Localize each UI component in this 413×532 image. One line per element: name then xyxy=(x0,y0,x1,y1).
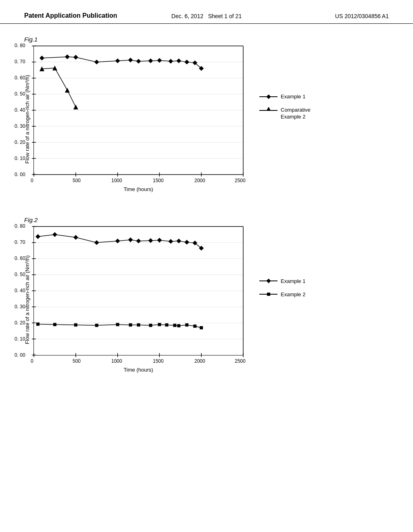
figure-2-svg xyxy=(34,227,243,355)
svg-marker-31 xyxy=(128,58,133,62)
svg-rect-85 xyxy=(74,323,77,326)
svg-rect-92 xyxy=(165,323,168,326)
legend-item-comparative-example2: ComparativeExample 2 xyxy=(259,107,311,121)
y-tick-0.60: 0. 60 xyxy=(15,75,25,81)
figure-2-x-axis-label: Time (hours) xyxy=(123,367,153,373)
figure-2-chart-area: 0. 80 0. 70 0. 60 0. 50 0. 40 0. 30 0. 2… xyxy=(33,227,243,355)
svg-marker-74 xyxy=(128,237,133,242)
svg-marker-35 xyxy=(168,59,173,64)
svg-marker-27 xyxy=(65,54,70,59)
fig2-y-tick-0.60: 0. 60 xyxy=(15,256,25,261)
svg-marker-28 xyxy=(73,55,78,60)
svg-rect-86 xyxy=(95,324,98,327)
figure-2-chart-wrapper: 0. 80 0. 70 0. 60 0. 50 0. 40 0. 30 0. 2… xyxy=(33,227,243,373)
figure-2-y-axis-label: Flow rate of a nitrogen-rich air (Nm³/h) xyxy=(24,235,30,364)
svg-marker-32 xyxy=(136,59,141,64)
fig2-y-tick-0.40: 0. 40 xyxy=(15,288,25,293)
y-tick-0.80: 0. 80 xyxy=(15,43,25,48)
fig2-y-tick-0.70: 0. 70 xyxy=(15,239,25,245)
x-tick-1000: 1000 xyxy=(111,178,122,183)
page: Patent Application Publication Dec. 6, 2… xyxy=(0,0,413,532)
svg-rect-88 xyxy=(129,323,132,326)
figure-1-svg xyxy=(34,46,243,175)
svg-rect-84 xyxy=(53,323,56,326)
fig2-legend-label-example1: Example 1 xyxy=(281,278,305,284)
x-tick-1500: 1500 xyxy=(153,178,164,183)
y-tick-0.10: 0. 10 xyxy=(15,156,25,161)
svg-marker-70 xyxy=(52,232,57,237)
fig2-y-tick-0.30: 0. 30 xyxy=(15,304,25,310)
figure-1-chart-area: 0. 80 0. 70 0. 60 0. 50 0. 40 0. 30 0. 2… xyxy=(33,46,243,175)
figure-2-container: Flow rate of a nitrogen-rich air (Nm³/h) xyxy=(24,227,389,373)
svg-marker-71 xyxy=(73,235,78,240)
svg-rect-83 xyxy=(36,322,40,326)
figure-1-container: Flow rate of a nitrogen-rich air (Nm³/h) xyxy=(24,46,389,192)
svg-rect-96 xyxy=(193,324,196,328)
svg-marker-33 xyxy=(148,58,153,63)
figure-1-chart-wrapper: 0. 80 0. 70 0. 60 0. 50 0. 40 0. 30 0. 2… xyxy=(33,46,243,192)
fig2-x-tick-2500: 2500 xyxy=(235,358,246,364)
svg-marker-72 xyxy=(94,240,99,245)
svg-rect-95 xyxy=(185,323,188,326)
fig2-y-tick-0.80: 0. 80 xyxy=(15,223,25,229)
publication-title: Patent Application Publication xyxy=(24,12,146,19)
figure-2-section: Fig.2 Flow rate of a nitrogen-rich air (… xyxy=(0,212,413,381)
fig2-x-tick-1500: 1500 xyxy=(153,358,164,364)
svg-marker-26 xyxy=(40,56,44,60)
x-tick-500: 500 xyxy=(73,178,81,183)
fig2-y-tick-0.00: 0. 00 xyxy=(15,352,25,358)
fig2-y-tick-0.20: 0. 20 xyxy=(15,320,25,326)
y-tick-0.40: 0. 40 xyxy=(15,107,25,113)
svg-marker-36 xyxy=(176,58,181,63)
svg-rect-97 xyxy=(200,326,203,329)
legend-label-comparative-example2: ComparativeExample 2 xyxy=(281,107,311,121)
svg-marker-78 xyxy=(168,239,173,244)
svg-rect-90 xyxy=(149,324,152,327)
svg-marker-37 xyxy=(184,60,189,64)
svg-rect-93 xyxy=(173,324,176,327)
fig2-legend-item-example2: Example 2 xyxy=(259,291,305,297)
svg-rect-91 xyxy=(158,323,161,326)
page-header: Patent Application Publication Dec. 6, 2… xyxy=(0,0,413,24)
fig2-x-tick-2000: 2000 xyxy=(194,358,205,364)
svg-marker-80 xyxy=(184,240,189,245)
figure-2-legend: Example 1 Example 2 xyxy=(259,278,305,297)
gap-between-figures xyxy=(0,200,413,212)
fig2-y-tick-0.50: 0. 50 xyxy=(15,272,25,277)
figure-1-legend: Example 1 ComparativeExample 2 xyxy=(259,94,311,121)
fig2-x-tick-0: 0 xyxy=(31,358,33,364)
figure-1-label: Fig.1 xyxy=(24,36,389,43)
figure-1-x-axis-label: Time (hours) xyxy=(123,186,153,192)
svg-marker-43 xyxy=(73,105,78,110)
y-tick-0.70: 0. 70 xyxy=(15,59,25,64)
x-tick-2000: 2000 xyxy=(194,178,205,183)
figure-2-label: Fig.2 xyxy=(24,216,389,223)
svg-marker-30 xyxy=(115,58,120,63)
patent-number: US 2012/0304856 A1 xyxy=(267,13,389,19)
svg-marker-76 xyxy=(148,238,153,243)
legend-item-example1: Example 1 xyxy=(259,94,311,100)
svg-marker-77 xyxy=(157,238,162,243)
figure-1-section: Fig.1 Flow rate of a nitrogen-rich air (… xyxy=(0,32,413,200)
legend-label-example1: Example 1 xyxy=(281,94,305,100)
y-tick-0.00: 0. 00 xyxy=(15,172,25,177)
fig2-legend-label-example2: Example 2 xyxy=(281,291,305,297)
svg-marker-29 xyxy=(94,60,99,64)
svg-rect-89 xyxy=(137,323,140,326)
svg-rect-87 xyxy=(116,323,119,326)
fig2-x-tick-500: 500 xyxy=(73,358,81,364)
y-tick-0.20: 0. 20 xyxy=(15,139,25,145)
fig2-y-tick-0.10: 0. 10 xyxy=(15,336,25,342)
y-tick-0.50: 0. 50 xyxy=(15,91,25,97)
y-tick-0.30: 0. 30 xyxy=(15,123,25,129)
svg-rect-94 xyxy=(177,324,180,327)
figure-1-y-axis-label: Flow rate of a nitrogen-rich air (Nm³/h) xyxy=(24,55,30,184)
svg-marker-69 xyxy=(35,234,40,239)
svg-marker-42 xyxy=(65,88,70,93)
publication-date: Dec. 6, 2012 Sheet 1 of 21 xyxy=(146,13,267,19)
x-tick-0: 0 xyxy=(31,178,33,183)
fig2-legend-item-example1: Example 1 xyxy=(259,278,305,284)
x-tick-2500: 2500 xyxy=(235,178,246,183)
fig2-x-tick-1000: 1000 xyxy=(111,358,122,364)
